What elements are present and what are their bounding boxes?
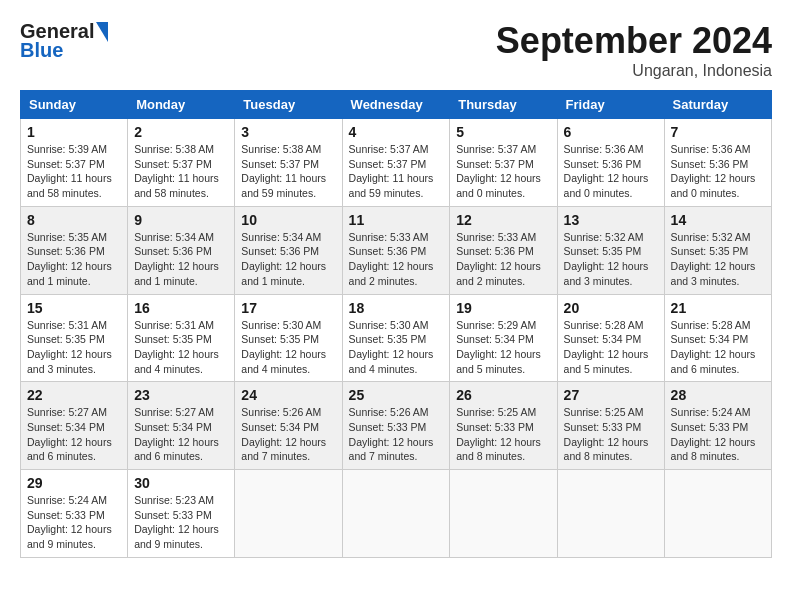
day-number: 14 (671, 212, 765, 228)
day-cell: 21Sunrise: 5:28 AM Sunset: 5:34 PM Dayli… (664, 294, 771, 382)
day-info: Sunrise: 5:29 AM Sunset: 5:34 PM Dayligh… (456, 318, 550, 377)
day-cell: 13Sunrise: 5:32 AM Sunset: 5:35 PM Dayli… (557, 206, 664, 294)
day-info: Sunrise: 5:38 AM Sunset: 5:37 PM Dayligh… (241, 142, 335, 201)
day-number: 18 (349, 300, 444, 316)
day-cell: 10Sunrise: 5:34 AM Sunset: 5:36 PM Dayli… (235, 206, 342, 294)
day-info: Sunrise: 5:32 AM Sunset: 5:35 PM Dayligh… (671, 230, 765, 289)
day-cell: 30Sunrise: 5:23 AM Sunset: 5:33 PM Dayli… (128, 470, 235, 558)
day-info: Sunrise: 5:36 AM Sunset: 5:36 PM Dayligh… (564, 142, 658, 201)
day-cell (342, 470, 450, 558)
day-info: Sunrise: 5:28 AM Sunset: 5:34 PM Dayligh… (671, 318, 765, 377)
day-number: 24 (241, 387, 335, 403)
day-number: 22 (27, 387, 121, 403)
header-row: SundayMondayTuesdayWednesdayThursdayFrid… (21, 91, 772, 119)
day-info: Sunrise: 5:36 AM Sunset: 5:36 PM Dayligh… (671, 142, 765, 201)
week-row-1: 1Sunrise: 5:39 AM Sunset: 5:37 PM Daylig… (21, 119, 772, 207)
day-cell: 26Sunrise: 5:25 AM Sunset: 5:33 PM Dayli… (450, 382, 557, 470)
day-cell: 8Sunrise: 5:35 AM Sunset: 5:36 PM Daylig… (21, 206, 128, 294)
day-cell: 2Sunrise: 5:38 AM Sunset: 5:37 PM Daylig… (128, 119, 235, 207)
week-row-5: 29Sunrise: 5:24 AM Sunset: 5:33 PM Dayli… (21, 470, 772, 558)
header-day-sunday: Sunday (21, 91, 128, 119)
day-number: 27 (564, 387, 658, 403)
day-info: Sunrise: 5:27 AM Sunset: 5:34 PM Dayligh… (134, 405, 228, 464)
day-info: Sunrise: 5:37 AM Sunset: 5:37 PM Dayligh… (349, 142, 444, 201)
day-number: 16 (134, 300, 228, 316)
day-number: 15 (27, 300, 121, 316)
day-cell (450, 470, 557, 558)
day-number: 11 (349, 212, 444, 228)
day-info: Sunrise: 5:33 AM Sunset: 5:36 PM Dayligh… (456, 230, 550, 289)
header-day-monday: Monday (128, 91, 235, 119)
day-cell: 11Sunrise: 5:33 AM Sunset: 5:36 PM Dayli… (342, 206, 450, 294)
day-cell: 17Sunrise: 5:30 AM Sunset: 5:35 PM Dayli… (235, 294, 342, 382)
day-info: Sunrise: 5:34 AM Sunset: 5:36 PM Dayligh… (241, 230, 335, 289)
day-cell: 5Sunrise: 5:37 AM Sunset: 5:37 PM Daylig… (450, 119, 557, 207)
day-cell: 22Sunrise: 5:27 AM Sunset: 5:34 PM Dayli… (21, 382, 128, 470)
day-cell: 19Sunrise: 5:29 AM Sunset: 5:34 PM Dayli… (450, 294, 557, 382)
day-cell: 25Sunrise: 5:26 AM Sunset: 5:33 PM Dayli… (342, 382, 450, 470)
day-number: 26 (456, 387, 550, 403)
day-info: Sunrise: 5:39 AM Sunset: 5:37 PM Dayligh… (27, 142, 121, 201)
day-cell: 4Sunrise: 5:37 AM Sunset: 5:37 PM Daylig… (342, 119, 450, 207)
day-number: 13 (564, 212, 658, 228)
day-cell: 1Sunrise: 5:39 AM Sunset: 5:37 PM Daylig… (21, 119, 128, 207)
day-info: Sunrise: 5:37 AM Sunset: 5:37 PM Dayligh… (456, 142, 550, 201)
header-day-tuesday: Tuesday (235, 91, 342, 119)
day-number: 6 (564, 124, 658, 140)
day-info: Sunrise: 5:34 AM Sunset: 5:36 PM Dayligh… (134, 230, 228, 289)
day-cell: 16Sunrise: 5:31 AM Sunset: 5:35 PM Dayli… (128, 294, 235, 382)
day-number: 30 (134, 475, 228, 491)
day-number: 9 (134, 212, 228, 228)
day-cell: 12Sunrise: 5:33 AM Sunset: 5:36 PM Dayli… (450, 206, 557, 294)
day-number: 21 (671, 300, 765, 316)
day-cell (557, 470, 664, 558)
day-number: 25 (349, 387, 444, 403)
day-info: Sunrise: 5:31 AM Sunset: 5:35 PM Dayligh… (134, 318, 228, 377)
day-cell: 6Sunrise: 5:36 AM Sunset: 5:36 PM Daylig… (557, 119, 664, 207)
day-cell: 7Sunrise: 5:36 AM Sunset: 5:36 PM Daylig… (664, 119, 771, 207)
logo-blue-text: Blue (20, 39, 63, 61)
day-info: Sunrise: 5:26 AM Sunset: 5:34 PM Dayligh… (241, 405, 335, 464)
day-info: Sunrise: 5:24 AM Sunset: 5:33 PM Dayligh… (27, 493, 121, 552)
logo-arrow-icon (96, 22, 108, 42)
day-info: Sunrise: 5:30 AM Sunset: 5:35 PM Dayligh… (349, 318, 444, 377)
day-info: Sunrise: 5:25 AM Sunset: 5:33 PM Dayligh… (456, 405, 550, 464)
day-cell: 23Sunrise: 5:27 AM Sunset: 5:34 PM Dayli… (128, 382, 235, 470)
header: General Blue September 2024 Ungaran, Ind… (20, 20, 772, 80)
day-info: Sunrise: 5:31 AM Sunset: 5:35 PM Dayligh… (27, 318, 121, 377)
calendar-table: SundayMondayTuesdayWednesdayThursdayFrid… (20, 90, 772, 558)
day-number: 1 (27, 124, 121, 140)
day-info: Sunrise: 5:28 AM Sunset: 5:34 PM Dayligh… (564, 318, 658, 377)
day-cell: 18Sunrise: 5:30 AM Sunset: 5:35 PM Dayli… (342, 294, 450, 382)
day-info: Sunrise: 5:24 AM Sunset: 5:33 PM Dayligh… (671, 405, 765, 464)
day-info: Sunrise: 5:23 AM Sunset: 5:33 PM Dayligh… (134, 493, 228, 552)
week-row-4: 22Sunrise: 5:27 AM Sunset: 5:34 PM Dayli… (21, 382, 772, 470)
month-title: September 2024 (496, 20, 772, 62)
day-number: 12 (456, 212, 550, 228)
day-number: 3 (241, 124, 335, 140)
header-day-friday: Friday (557, 91, 664, 119)
header-day-thursday: Thursday (450, 91, 557, 119)
day-cell: 15Sunrise: 5:31 AM Sunset: 5:35 PM Dayli… (21, 294, 128, 382)
day-cell: 9Sunrise: 5:34 AM Sunset: 5:36 PM Daylig… (128, 206, 235, 294)
day-cell: 20Sunrise: 5:28 AM Sunset: 5:34 PM Dayli… (557, 294, 664, 382)
day-info: Sunrise: 5:26 AM Sunset: 5:33 PM Dayligh… (349, 405, 444, 464)
day-number: 2 (134, 124, 228, 140)
day-number: 28 (671, 387, 765, 403)
day-info: Sunrise: 5:33 AM Sunset: 5:36 PM Dayligh… (349, 230, 444, 289)
day-info: Sunrise: 5:30 AM Sunset: 5:35 PM Dayligh… (241, 318, 335, 377)
day-info: Sunrise: 5:35 AM Sunset: 5:36 PM Dayligh… (27, 230, 121, 289)
week-row-3: 15Sunrise: 5:31 AM Sunset: 5:35 PM Dayli… (21, 294, 772, 382)
day-cell: 27Sunrise: 5:25 AM Sunset: 5:33 PM Dayli… (557, 382, 664, 470)
day-number: 29 (27, 475, 121, 491)
day-info: Sunrise: 5:38 AM Sunset: 5:37 PM Dayligh… (134, 142, 228, 201)
day-cell (235, 470, 342, 558)
day-cell: 24Sunrise: 5:26 AM Sunset: 5:34 PM Dayli… (235, 382, 342, 470)
day-number: 4 (349, 124, 444, 140)
week-row-2: 8Sunrise: 5:35 AM Sunset: 5:36 PM Daylig… (21, 206, 772, 294)
day-info: Sunrise: 5:32 AM Sunset: 5:35 PM Dayligh… (564, 230, 658, 289)
day-info: Sunrise: 5:25 AM Sunset: 5:33 PM Dayligh… (564, 405, 658, 464)
header-day-wednesday: Wednesday (342, 91, 450, 119)
day-number: 20 (564, 300, 658, 316)
day-number: 17 (241, 300, 335, 316)
